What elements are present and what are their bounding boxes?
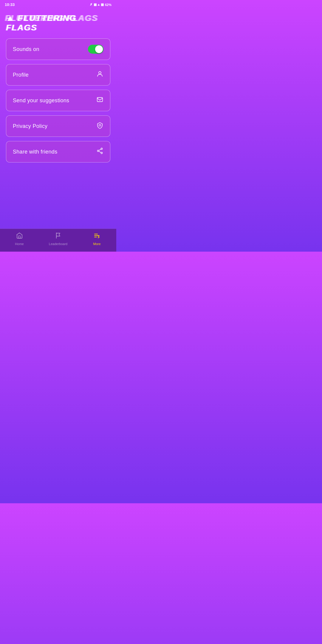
battery-icon: 62% [105,3,112,7]
svg-rect-8 [18,236,20,238]
nav-more-label: More [93,242,100,246]
sounds-toggle-container[interactable] [88,45,103,54]
app-logo: ▲ FLUTTERING FLAGS [6,13,110,32]
svg-point-0 [99,72,101,74]
wifi-icon: ▴ [98,3,100,7]
mail-icon [96,96,103,105]
svg-rect-1 [97,97,103,102]
sounds-on-label: Sounds on [13,46,39,52]
sounds-on-item[interactable]: Sounds on [6,38,110,60]
privacy-label: Privacy Policy [13,123,47,129]
privacy-item[interactable]: Privacy Policy [6,115,110,137]
bluetooth-icon: ✗ [90,3,92,7]
profile-icon [96,70,103,79]
svg-line-7 [99,151,101,153]
main-content: Sounds on Profile Send your suggestions … [0,35,116,229]
share-icon [96,147,103,156]
nav-item-home[interactable]: Home [0,232,39,246]
sounds-toggle[interactable] [88,45,103,54]
flag-icon [55,232,62,241]
more-icon [93,232,100,241]
home-icon [16,232,23,241]
logo-container: ▲ FLUTTERING FLAGS [0,8,116,35]
nav-item-leaderboard[interactable]: Leaderboard [39,232,78,246]
shield-icon [96,122,103,131]
status-icons: ✗ ▩ ▴ ▦ 62% [90,3,112,7]
profile-item[interactable]: Profile [6,64,110,86]
share-item[interactable]: Share with friends [6,141,110,162]
vibrate-icon: ▩ [94,3,97,7]
svg-line-6 [99,149,101,151]
status-time: 10:33 [5,2,15,7]
nav-leaderboard-label: Leaderboard [49,242,67,246]
suggestions-label: Send your suggestions [13,97,69,104]
signal-icon: ▦ [101,3,104,7]
toggle-knob [95,45,103,53]
bottom-nav: Home Leaderboard More [0,229,116,252]
suggestions-item[interactable]: Send your suggestions [6,90,110,111]
nav-home-label: Home [15,242,24,246]
share-label: Share with friends [13,149,57,155]
nav-item-more[interactable]: More [78,232,116,246]
profile-label: Profile [13,72,29,78]
svg-point-2 [99,124,101,126]
status-bar: 10:33 ✗ ▩ ▴ ▦ 62% [0,0,116,8]
